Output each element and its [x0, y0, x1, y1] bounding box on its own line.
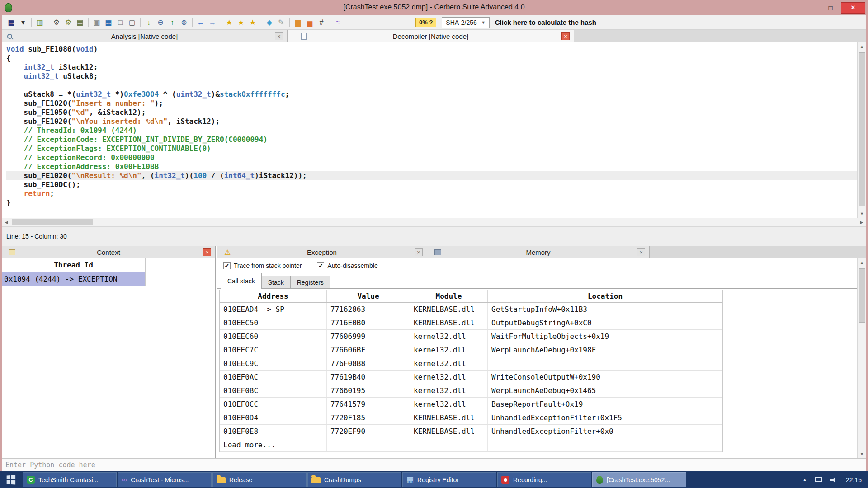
trace-checkbox[interactable]: ✓: [223, 262, 231, 269]
auto-disassemble-checkbox[interactable]: ✓: [317, 262, 324, 269]
code-line[interactable]: uint32_t uStack8;: [6, 72, 857, 81]
code-line[interactable]: void sub_FE1080(void): [6, 45, 857, 54]
bookmark-add-icon[interactable]: ★: [235, 17, 247, 28]
code-vertical-scrollbar[interactable]: ▲ ▼: [857, 42, 866, 218]
tab-exception[interactable]: ⚠ Exception ×: [217, 246, 427, 258]
column-header-value[interactable]: Value: [327, 290, 410, 302]
goto-down-icon[interactable]: ↓: [143, 17, 155, 28]
subtab-call-stack[interactable]: Call stack: [221, 273, 262, 289]
tab-decompiler-close-icon[interactable]: ×: [561, 32, 570, 40]
code-line[interactable]: int32_t iStack12;: [6, 63, 857, 72]
forward-icon[interactable]: →: [207, 17, 218, 28]
entropy-icon[interactable]: ▆: [292, 17, 304, 28]
code-line[interactable]: sub_FE10DC();: [6, 180, 857, 189]
load-more-row[interactable]: Load more...: [220, 438, 722, 452]
minimize-button[interactable]: –: [802, 2, 820, 14]
subtab-registers[interactable]: Registers: [290, 276, 330, 289]
pro-upgrade-icon[interactable]: ▥: [34, 17, 46, 28]
column-header-module[interactable]: Module: [410, 290, 488, 302]
tab-exception-close-icon[interactable]: ×: [415, 248, 423, 256]
save-icon[interactable]: ▦: [5, 17, 17, 28]
calculate-hash-hint[interactable]: Click here to calculate the hash: [495, 19, 596, 26]
save-menu-arrow-icon[interactable]: ▾: [17, 17, 29, 28]
scroll-up-icon[interactable]: ▲: [858, 258, 866, 267]
code-line[interactable]: sub_FE1020("Insert a number: ");: [6, 99, 857, 108]
code-line[interactable]: sub_FE1020("\nYou inserted: %d\n", iStac…: [6, 117, 857, 126]
callstack-row[interactable]: 010EF0D47720F185KERNELBASE.dllUnhandledE…: [220, 411, 722, 425]
scroll-up-icon[interactable]: ▲: [858, 42, 866, 51]
tab-memory[interactable]: Memory ×: [427, 246, 650, 258]
callstack-row[interactable]: 010EEAD4 -> SP77162863KERNELBASE.dllGetS…: [220, 303, 722, 316]
callstack-row[interactable]: 010EEC507716E0B0KERNELBASE.dllOutputDebu…: [220, 316, 722, 330]
zoom-out-icon[interactable]: ⊖: [155, 17, 166, 28]
taskbar-item[interactable]: [CrashTest.exe.5052...: [592, 472, 686, 487]
python-console-input[interactable]: [2, 459, 866, 471]
start-button[interactable]: [0, 471, 22, 488]
settings-icon[interactable]: ⚙: [51, 17, 62, 28]
network-icon[interactable]: [815, 477, 822, 482]
code-line[interactable]: // ExceptionRecord: 0x00000000: [6, 153, 857, 162]
tab-decompiler[interactable]: Decompiler [Native code] ×: [288, 30, 574, 42]
column-header-location[interactable]: Location: [488, 290, 722, 302]
trace-checkbox-label[interactable]: Trace from stack pointer: [234, 262, 302, 269]
close-button[interactable]: ×: [841, 2, 865, 14]
code-scroll-thumb[interactable]: [859, 52, 865, 206]
edit-icon[interactable]: ✎: [275, 17, 287, 28]
auto-disassemble-checkbox-label[interactable]: Auto-disassemble: [327, 262, 377, 269]
hash-algorithm-select[interactable]: SHA-2/256 ▼: [442, 17, 489, 28]
callstack-row[interactable]: 010EEC7C776606BFkernel32.dllWerpLaunchAe…: [220, 343, 722, 357]
progress-badge[interactable]: 0% ?: [415, 18, 436, 27]
code-line[interactable]: [6, 81, 857, 90]
subtab-stack[interactable]: Stack: [261, 276, 291, 289]
back-icon[interactable]: ←: [195, 17, 207, 28]
code-line[interactable]: }: [6, 198, 857, 207]
taskbar-item[interactable]: ∞CrashTest - Micros...: [118, 472, 212, 487]
tab-context[interactable]: Context ×: [2, 246, 215, 258]
code-horizontal-scrollbar[interactable]: ◀ ▶: [2, 218, 866, 227]
column-header-address[interactable]: Address: [220, 290, 327, 302]
callstack-row[interactable]: 010EEC6077606999kernel32.dllWaitForMulti…: [220, 330, 722, 343]
scan-options-icon[interactable]: ⚙: [62, 17, 74, 28]
goto-up-icon[interactable]: ↑: [166, 17, 178, 28]
callstack-row[interactable]: 010EF0E87720EF90KERNELBASE.dllUnhandledE…: [220, 425, 722, 438]
tab-memory-close-icon[interactable]: ×: [637, 248, 645, 256]
ranges-icon[interactable]: ▅: [304, 17, 316, 28]
panel-scroll-thumb[interactable]: [859, 268, 865, 323]
hscroll-thumb[interactable]: [12, 219, 93, 225]
tab-context-close-icon[interactable]: ×: [203, 248, 211, 256]
scroll-right-icon[interactable]: ▶: [857, 218, 866, 226]
callstack-row[interactable]: 010EF0BC77660195kernel32.dllWerpLaunchAe…: [220, 384, 722, 398]
taskbar-item[interactable]: Release: [212, 472, 307, 487]
tab-analysis[interactable]: Analysis [Native code] ×: [2, 30, 288, 42]
code-line[interactable]: // ThreadId: 0x1094 (4244): [6, 126, 857, 135]
scroll-down-icon[interactable]: ▼: [858, 210, 866, 218]
signature-icon[interactable]: ≈: [332, 17, 344, 28]
code-line[interactable]: return;: [6, 189, 857, 198]
bookmark-icon[interactable]: ★: [223, 17, 235, 28]
code-line[interactable]: // ExceptionFlags: EXCEPTION_CONTINUABLE…: [6, 144, 857, 153]
callstack-row[interactable]: 010EEC9C776F08B8kernel32.dll: [220, 357, 722, 371]
code-line[interactable]: sub_FE1050("%d", &iStack12);: [6, 108, 857, 117]
bookmark-next-icon[interactable]: ★: [247, 17, 259, 28]
speaker-icon[interactable]: [830, 477, 838, 483]
panel-vertical-scrollbar[interactable]: ▲ ▼: [857, 258, 866, 458]
callstack-row[interactable]: 010EF0AC77619B40kernel32.dllWriteConsole…: [220, 371, 722, 384]
zoom-cancel-icon[interactable]: ⊗: [178, 17, 190, 28]
code-editor[interactable]: void sub_FE1080(void){ int32_t iStack12;…: [2, 42, 857, 218]
tools-icon[interactable]: ◆: [264, 17, 275, 28]
taskbar-item[interactable]: CrashDumps: [307, 472, 401, 487]
hash-icon[interactable]: #: [316, 17, 327, 28]
monitor-icon[interactable]: ▦: [103, 17, 114, 28]
code-line[interactable]: {: [6, 54, 857, 63]
app-icon-cerbero[interactable]: [5, 3, 12, 12]
code-line[interactable]: // ExceptionAddress: 0x00FE10BB: [6, 162, 857, 171]
code-line[interactable]: // ExceptionCode: EXCEPTION_INT_DIVIDE_B…: [6, 135, 857, 144]
taskbar-item[interactable]: Recording...: [497, 472, 591, 487]
scroll-left-icon[interactable]: ◀: [2, 218, 11, 226]
thread-row-selected[interactable]: 0x1094 (4244) -> EXCEPTION: [2, 272, 146, 286]
marquee-tool-icon[interactable]: ▢: [126, 17, 138, 28]
select-tool-icon[interactable]: □: [114, 17, 126, 28]
taskbar-item[interactable]: ▦Registry Editor: [402, 472, 496, 487]
maximize-button[interactable]: □: [821, 2, 840, 14]
layout-icon[interactable]: ▣: [91, 17, 103, 28]
